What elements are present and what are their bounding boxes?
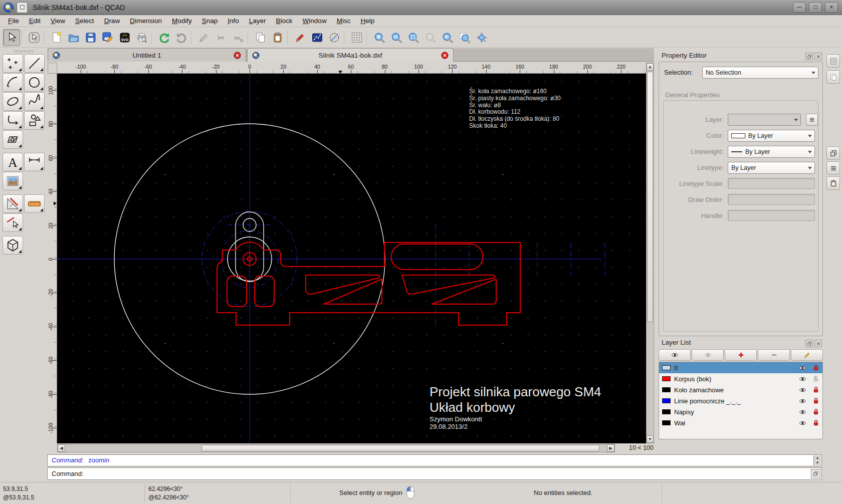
layer-row-wał[interactable]: Wał xyxy=(659,417,822,428)
modify-properties-button[interactable] xyxy=(292,29,309,46)
menu-file[interactable]: File xyxy=(3,16,24,26)
edit-pencil-button[interactable] xyxy=(195,29,213,46)
property-input-handle[interactable] xyxy=(728,210,815,221)
cut-with-reference-button[interactable] xyxy=(230,29,247,46)
close-button[interactable]: × xyxy=(825,2,838,13)
maximize-button[interactable]: □ xyxy=(809,2,822,13)
menu-snap[interactable]: Snap xyxy=(197,16,223,26)
command-history-scroll[interactable]: ▲▼ xyxy=(813,455,821,465)
dimension-tool-button[interactable] xyxy=(24,153,45,171)
horizontal-scrollbar[interactable]: ◀ ▶ xyxy=(57,444,615,452)
property-combo-lineweight[interactable]: By Layer xyxy=(728,146,815,158)
layer-row-koło-zamachowe[interactable]: Koło zamachowe xyxy=(659,384,822,395)
hide-all-layers-button[interactable] xyxy=(692,349,724,361)
palette-drag-handle[interactable] xyxy=(14,50,34,53)
remove-layer-button[interactable] xyxy=(758,349,790,361)
menu-modify[interactable]: Modify xyxy=(167,16,197,26)
scroll-down-arrow[interactable]: ▼ xyxy=(647,435,654,443)
vertical-scroll-thumb[interactable] xyxy=(647,72,653,322)
grid-toggle-button[interactable] xyxy=(348,29,365,46)
property-input-linetype-scale[interactable] xyxy=(728,178,815,189)
open-file-button[interactable] xyxy=(65,29,82,46)
points-tool-button[interactable] xyxy=(3,54,23,73)
polyline-tool-button[interactable] xyxy=(309,29,326,46)
tab-silnik-sm4a1-bok-dxf[interactable]: Silnik SM4a1-bok.dxf xyxy=(247,48,454,62)
tab-close-button[interactable] xyxy=(441,51,449,60)
property-editor-close-button[interactable] xyxy=(814,53,822,60)
menu-misc[interactable]: Misc xyxy=(332,16,356,26)
ruler-tool-button[interactable] xyxy=(24,194,45,213)
pan-button[interactable] xyxy=(473,29,490,46)
scroll-up-arrow[interactable]: ▲ xyxy=(647,63,654,71)
command-line-toggle-button[interactable] xyxy=(826,176,840,190)
modify-tool-button[interactable] xyxy=(3,213,23,232)
text-tool-button[interactable] xyxy=(3,153,23,171)
cut-button[interactable] xyxy=(213,29,230,46)
menu-view[interactable]: View xyxy=(46,16,70,26)
menu-layer[interactable]: Layer xyxy=(244,16,271,26)
property-combo-layer[interactable] xyxy=(728,114,801,126)
save-as-button[interactable] xyxy=(99,29,116,46)
layer-row-0[interactable]: 0 xyxy=(659,362,822,373)
command-input[interactable]: Command: xyxy=(47,467,822,480)
property-editor-float-button[interactable] xyxy=(805,53,813,60)
vertical-scrollbar[interactable]: ▲ ▼ xyxy=(646,63,654,443)
window-titlebar[interactable]: Silnik SM4a1-bok.dxf - QCAD ─ □ × xyxy=(0,0,842,15)
paste-button[interactable] xyxy=(269,29,286,46)
menu-edit[interactable]: Edit xyxy=(24,16,46,26)
menu-dimension[interactable]: Dimension xyxy=(125,16,167,26)
spline-tool-button[interactable] xyxy=(24,92,45,111)
measure-tool-button[interactable] xyxy=(3,194,23,213)
minimize-button[interactable]: ─ xyxy=(793,2,806,13)
selection-combo[interactable]: No Selection xyxy=(702,67,818,79)
layer-row-linie-pomocnicze-[interactable]: Linie pomocnicze _._._ xyxy=(659,395,822,406)
menu-info[interactable]: Info xyxy=(223,16,244,26)
deselect-all-button[interactable] xyxy=(26,29,43,46)
layer-list-button[interactable] xyxy=(806,114,818,126)
save-button[interactable] xyxy=(82,29,99,46)
ellipse-tool-button[interactable] xyxy=(326,29,343,46)
menu-select[interactable]: Select xyxy=(70,16,99,26)
layer-row-napisy[interactable]: Napisy xyxy=(659,406,822,417)
polyline-tool-button[interactable] xyxy=(3,111,23,130)
select-tool-button[interactable] xyxy=(3,29,20,46)
copy-button[interactable] xyxy=(252,29,269,46)
layer-list-toggle-button[interactable] xyxy=(826,161,840,175)
zoom-selection-button[interactable] xyxy=(422,29,439,46)
block-list-toggle-button[interactable] xyxy=(826,54,840,68)
redo-button[interactable] xyxy=(173,29,190,46)
circle-tool-button[interactable] xyxy=(24,73,45,92)
zoom-window-button[interactable] xyxy=(456,29,473,46)
scroll-right-arrow[interactable]: ▶ xyxy=(607,444,614,452)
tab-close-button[interactable] xyxy=(233,51,242,60)
menu-window[interactable]: Window xyxy=(298,16,332,26)
image-tool-button[interactable] xyxy=(3,172,23,190)
drawing-canvas[interactable]: Śr. koła zamachowego: ø160Śr. piasty koł… xyxy=(57,74,646,443)
property-editor-toggle-button[interactable] xyxy=(826,146,840,160)
undo-button[interactable] xyxy=(156,29,173,46)
previous-view-button[interactable] xyxy=(439,29,456,46)
menu-draw[interactable]: Draw xyxy=(99,16,125,26)
export-svg-button[interactable] xyxy=(116,29,133,46)
layer-row-korpus-bok-[interactable]: Korpus (bok) xyxy=(659,373,822,384)
menu-block[interactable]: Block xyxy=(271,16,298,26)
layer-list-close-button[interactable] xyxy=(814,340,822,347)
zoom-out-button[interactable] xyxy=(388,29,405,46)
hatch-tool-button[interactable] xyxy=(3,130,23,149)
layer-list-float-button[interactable] xyxy=(805,340,813,347)
scroll-left-arrow[interactable]: ◀ xyxy=(58,444,65,452)
property-input-draw-order[interactable] xyxy=(728,194,815,205)
property-combo-color[interactable]: By Layer xyxy=(728,130,815,142)
ellipse-tool-button[interactable] xyxy=(3,92,23,111)
tab-untitled-1[interactable]: Untitled 1 xyxy=(48,48,246,62)
property-combo-linetype[interactable]: By Layer xyxy=(728,162,815,174)
solid-tool-button[interactable] xyxy=(3,236,23,255)
horizontal-scroll-thumb[interactable] xyxy=(201,445,599,451)
library-browser-toggle-button[interactable] xyxy=(826,70,840,84)
add-layer-button[interactable] xyxy=(725,349,757,361)
show-all-layers-button[interactable] xyxy=(659,349,691,361)
arc-tool-button[interactable] xyxy=(3,73,23,92)
zoom-in-button[interactable] xyxy=(371,29,388,46)
print-preview-button[interactable] xyxy=(133,29,150,46)
command-options-button[interactable] xyxy=(811,469,820,478)
